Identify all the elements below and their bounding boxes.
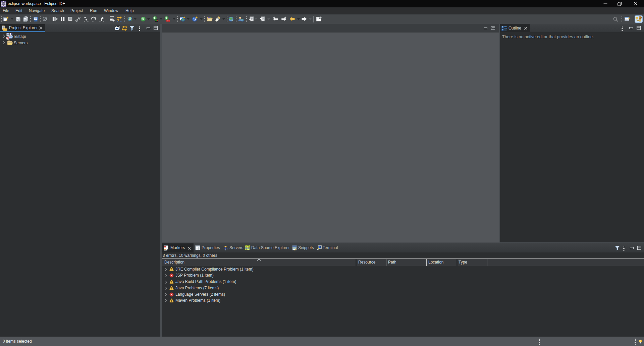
svg-text:M: M [7, 33, 9, 36]
svg-text:J: J [10, 33, 12, 36]
svg-text:S: S [193, 17, 196, 21]
